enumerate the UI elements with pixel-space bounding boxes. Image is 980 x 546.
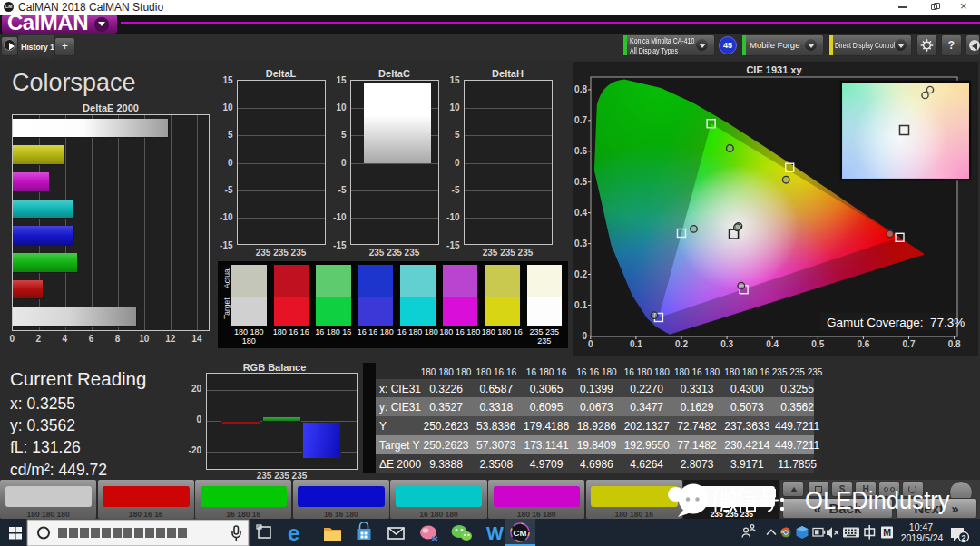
- svg-text:0.2: 0.2: [675, 339, 688, 349]
- svg-text:Gamut Coverage: 77.3%: Gamut Coverage: 77.3%: [827, 316, 965, 329]
- svg-text:0: 0: [582, 331, 587, 341]
- svg-text:0.6: 0.6: [857, 339, 869, 349]
- svg-text:0.3: 0.3: [720, 339, 733, 349]
- svg-text:CM: CM: [514, 528, 527, 538]
- svg-text:0.4: 0.4: [574, 208, 587, 218]
- svg-text:0.7: 0.7: [903, 339, 916, 349]
- svg-text:2019/5/24: 2019/5/24: [901, 532, 944, 543]
- svg-text:0: 0: [588, 339, 593, 349]
- svg-text:0.3: 0.3: [574, 239, 587, 249]
- svg-text:2: 2: [961, 533, 965, 542]
- svg-text:CIE 1931 xy: CIE 1931 xy: [746, 64, 802, 75]
- svg-text:0.1: 0.1: [574, 300, 587, 310]
- svg-text:0.5: 0.5: [811, 339, 824, 349]
- svg-text:0.8: 0.8: [574, 84, 587, 94]
- svg-text:e: e: [288, 521, 299, 545]
- svg-text:10:47: 10:47: [909, 522, 933, 532]
- svg-text:OLEDindustry: OLEDindustry: [805, 486, 950, 514]
- svg-text:0.7: 0.7: [574, 115, 587, 125]
- svg-text:W: W: [486, 523, 504, 543]
- svg-text:0.6: 0.6: [574, 146, 587, 156]
- svg-text:0.2: 0.2: [574, 269, 587, 279]
- svg-text:0.1: 0.1: [630, 339, 642, 349]
- svg-text:0.5: 0.5: [574, 177, 587, 187]
- svg-text:0.8: 0.8: [948, 339, 961, 349]
- svg-text:0.4: 0.4: [766, 339, 779, 349]
- svg-text:M: M: [883, 527, 891, 538]
